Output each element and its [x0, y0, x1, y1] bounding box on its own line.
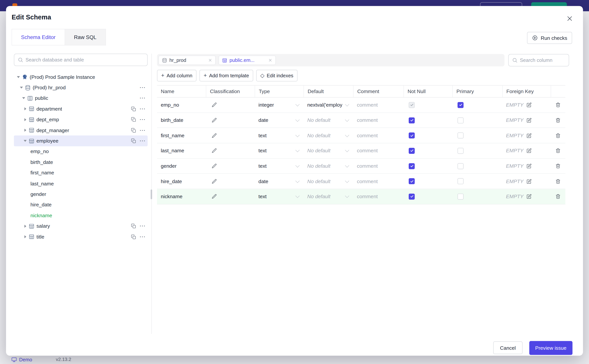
copy-icon[interactable] — [131, 106, 136, 112]
comment-input[interactable]: comment — [353, 159, 403, 173]
not-null-checkbox[interactable] — [409, 132, 415, 139]
comment-input[interactable]: comment — [353, 128, 403, 143]
copy-icon[interactable] — [131, 138, 136, 144]
tree-column-last_name[interactable]: last_name — [14, 178, 148, 189]
comment-input[interactable]: comment — [353, 189, 403, 204]
close-icon[interactable] — [566, 15, 573, 22]
tree-item-department[interactable]: department··· — [14, 104, 148, 114]
tree-column-gender[interactable]: gender — [14, 189, 148, 200]
primary-checkbox[interactable] — [457, 163, 464, 169]
default-select[interactable]: No default — [303, 143, 353, 158]
close-icon[interactable] — [208, 58, 212, 62]
caret-down-icon[interactable] — [23, 139, 27, 143]
caret-down-icon[interactable] — [22, 96, 26, 100]
editsq-icon[interactable] — [526, 179, 532, 184]
primary-checkbox[interactable] — [457, 132, 464, 139]
tree-item-(Prod) hr_prod[interactable]: (Prod) hr_prod··· — [14, 82, 148, 93]
type-select[interactable]: date — [255, 174, 303, 189]
add-column-button[interactable]: +Add column — [157, 70, 196, 81]
column-name-cell[interactable]: last_name — [157, 143, 206, 158]
default-select[interactable]: No default — [303, 113, 353, 128]
tree-column-hire_date[interactable]: hire_date — [14, 200, 148, 210]
pencil-icon[interactable] — [212, 163, 217, 169]
tree-column-first_name[interactable]: first_name — [14, 168, 148, 178]
delete-column-icon[interactable] — [555, 102, 561, 108]
copy-icon[interactable] — [131, 117, 136, 122]
delete-column-icon[interactable] — [555, 179, 561, 184]
editsq-icon[interactable] — [526, 194, 532, 200]
pencil-icon[interactable] — [212, 179, 217, 184]
caret-right-icon[interactable] — [23, 128, 27, 132]
tree-item-salary[interactable]: salary··· — [14, 221, 148, 232]
type-select[interactable]: integer — [255, 98, 303, 112]
default-select[interactable]: No default — [303, 189, 353, 204]
primary-checkbox[interactable] — [457, 148, 464, 154]
comment-input[interactable]: comment — [353, 143, 403, 158]
not-null-checkbox[interactable] — [409, 148, 415, 154]
primary-checkbox[interactable] — [457, 194, 464, 200]
tree-column-emp_no[interactable]: emp_no — [14, 146, 148, 157]
copy-icon[interactable] — [131, 127, 136, 133]
column-name-cell[interactable]: gender — [157, 159, 206, 173]
tree-column-nickname[interactable]: nickname — [14, 210, 148, 221]
column-name-cell[interactable]: nickname — [157, 189, 206, 204]
preview-issue-button[interactable]: Preview issue — [529, 341, 572, 355]
type-select[interactable]: text — [255, 143, 303, 158]
add-from-template-button[interactable]: +Add from template — [200, 70, 253, 81]
type-select[interactable]: text — [255, 128, 303, 143]
tree-item-(Prod) Prod Sample Instance[interactable]: (Prod) Prod Sample Instance — [14, 72, 148, 82]
copy-icon[interactable] — [131, 223, 136, 229]
not-null-checkbox[interactable] — [409, 178, 415, 184]
editsq-icon[interactable] — [526, 163, 532, 169]
pencil-icon[interactable] — [212, 133, 217, 138]
tree-column-birth_date[interactable]: birth_date — [14, 157, 148, 168]
pencil-icon[interactable] — [212, 117, 217, 123]
more-menu-icon[interactable]: ··· — [140, 224, 146, 229]
tree-item-dept_manager[interactable]: dept_manager··· — [14, 125, 148, 136]
column-name-cell[interactable]: hire_date — [157, 174, 206, 189]
caret-right-icon[interactable] — [23, 118, 27, 122]
close-icon[interactable] — [268, 58, 272, 62]
column-name-cell[interactable]: emp_no — [157, 98, 206, 112]
delete-column-icon[interactable] — [555, 148, 561, 154]
cancel-button[interactable]: Cancel — [493, 341, 522, 354]
caret-down-icon[interactable] — [17, 75, 20, 79]
more-menu-icon[interactable]: ··· — [140, 106, 146, 111]
comment-input[interactable]: comment — [353, 174, 403, 189]
tab-schema-editor[interactable]: Schema Editor — [12, 29, 65, 46]
not-null-checkbox[interactable] — [409, 102, 415, 108]
pencil-icon[interactable] — [212, 148, 217, 154]
delete-column-icon[interactable] — [555, 117, 561, 123]
more-menu-icon[interactable]: ··· — [140, 85, 146, 90]
caret-right-icon[interactable] — [23, 107, 27, 111]
tree-item-dept_emp[interactable]: dept_emp··· — [14, 114, 148, 125]
delete-column-icon[interactable] — [555, 163, 561, 169]
default-select[interactable]: nextval('employ — [303, 98, 353, 112]
tree-search-input[interactable] — [14, 54, 147, 66]
default-select[interactable]: No default — [303, 174, 353, 189]
column-name-cell[interactable]: birth_date — [157, 113, 206, 128]
caret-down-icon[interactable] — [20, 86, 23, 90]
not-null-checkbox[interactable] — [409, 194, 415, 200]
tree-scrollbar[interactable] — [151, 189, 152, 199]
primary-checkbox[interactable] — [457, 102, 464, 108]
delete-column-icon[interactable] — [555, 194, 561, 200]
more-menu-icon[interactable]: ··· — [140, 234, 146, 239]
more-menu-icon[interactable]: ··· — [140, 138, 146, 143]
tab-raw-sql[interactable]: Raw SQL — [65, 29, 106, 46]
tree-item-title[interactable]: title··· — [14, 232, 148, 242]
pencil-icon[interactable] — [212, 102, 217, 108]
more-menu-icon[interactable]: ··· — [140, 128, 146, 133]
caret-right-icon[interactable] — [23, 224, 27, 228]
editsq-icon[interactable] — [526, 148, 532, 154]
caret-right-icon[interactable] — [23, 235, 27, 239]
editsq-icon[interactable] — [526, 117, 532, 123]
tree-item-public[interactable]: public··· — [14, 93, 148, 104]
comment-input[interactable]: comment — [353, 113, 403, 128]
default-select[interactable]: No default — [303, 159, 353, 173]
default-select[interactable]: No default — [303, 128, 353, 143]
editsq-icon[interactable] — [526, 133, 532, 138]
open-tab-chip-public.em...[interactable]: public.em... — [219, 56, 276, 65]
not-null-checkbox[interactable] — [409, 117, 415, 123]
edit-indexes-button[interactable]: ◇Edit indexes — [256, 70, 298, 81]
